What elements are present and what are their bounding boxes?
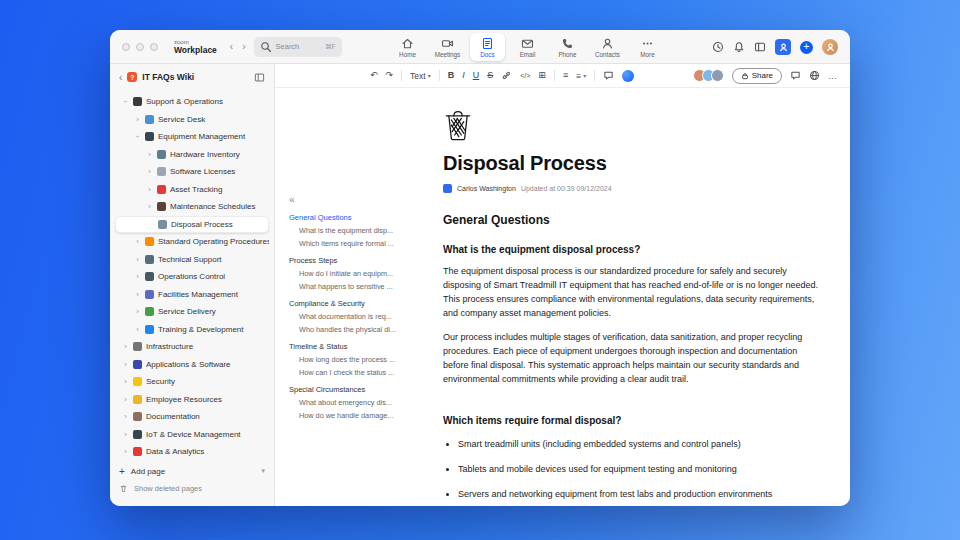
tab-more[interactable]: More xyxy=(630,33,665,61)
toc-section-compliance-security[interactable]: Compliance & Security xyxy=(289,299,435,308)
toc-section-general-questions[interactable]: General Questions xyxy=(289,213,435,222)
chevron-right-icon[interactable]: › xyxy=(122,360,129,369)
chevron-right-icon[interactable]: › xyxy=(146,167,153,176)
chevron-right-icon[interactable]: › xyxy=(134,237,141,246)
tab-email[interactable]: Email xyxy=(510,33,545,61)
chevron-right-icon[interactable]: › xyxy=(134,272,141,281)
chevron-right-icon[interactable]: › xyxy=(122,342,129,351)
forward-button[interactable]: › xyxy=(242,41,245,52)
tab-meetings[interactable]: Meetings xyxy=(430,33,465,61)
underline-button[interactable]: U xyxy=(473,71,480,80)
sidebar-item-technical-support[interactable]: › Technical Support xyxy=(115,251,269,269)
sidebar-item-standard-operating-procedures[interactable]: › Standard Operating Procedures xyxy=(115,233,269,251)
search-input[interactable]: Search ⌘F xyxy=(254,37,342,57)
toc-item[interactable]: What is the equipment disp... xyxy=(289,226,435,235)
share-button[interactable]: Share xyxy=(732,68,782,84)
sidebar-item-service-desk[interactable]: › Service Desk xyxy=(115,111,269,129)
tab-contacts[interactable]: Contacts xyxy=(590,33,625,61)
history-icon[interactable] xyxy=(712,41,724,53)
comment-icon[interactable] xyxy=(603,70,614,81)
chevron-right-icon[interactable]: › xyxy=(122,377,129,386)
sidebar-item-employee-resources[interactable]: › Employee Resources xyxy=(115,391,269,409)
chevron-right-icon[interactable]: › xyxy=(134,115,141,124)
toc-section-special-circumstances[interactable]: Special Circumstances xyxy=(289,385,435,394)
sidebar-item-infrastructure[interactable]: › Infrastructure xyxy=(115,338,269,356)
sidebar-item-iot-device-management[interactable]: › IoT & Device Management xyxy=(115,426,269,444)
chevron-right-icon[interactable]: › xyxy=(134,325,141,334)
bell-icon[interactable] xyxy=(733,41,745,53)
chevron-right-icon[interactable]: › xyxy=(146,202,153,211)
sidebar-item-equipment-management[interactable]: › Equipment Management xyxy=(115,128,269,146)
bullet-list-button[interactable]: ≡ xyxy=(563,71,568,80)
more-options-icon[interactable]: … xyxy=(828,71,838,81)
sidebar-item-operations-control[interactable]: › Operations Control xyxy=(115,268,269,286)
chat-icon[interactable] xyxy=(790,70,801,81)
redo-button[interactable]: ↷ xyxy=(386,71,394,80)
sidebar-item-asset-tracking[interactable]: › Asset Tracking xyxy=(115,181,269,199)
toc-item[interactable]: What happens to sensitive ... xyxy=(289,282,435,291)
undo-button[interactable]: ↶ xyxy=(370,71,378,80)
toc-item[interactable]: Who handles the physical di... xyxy=(289,325,435,334)
italic-button[interactable]: I xyxy=(462,71,465,80)
panel-toggle-icon[interactable] xyxy=(754,41,766,53)
bold-button[interactable]: B xyxy=(448,71,455,80)
sidebar-item-training-development[interactable]: › Training & Development xyxy=(115,321,269,339)
toc-item[interactable]: How do we handle damage... xyxy=(289,411,435,420)
sidebar-item-hardware-inventory[interactable]: › Hardware Inventory xyxy=(115,146,269,164)
sidebar-item-software-licenses[interactable]: › Software Licenses xyxy=(115,163,269,181)
toc-collapse-icon[interactable]: « xyxy=(289,194,435,205)
toc-section-process-steps[interactable]: Process Steps xyxy=(289,256,435,265)
insert-table-button[interactable]: ⊞ xyxy=(538,71,546,80)
workspace-avatar[interactable] xyxy=(775,39,791,55)
align-dropdown[interactable]: ≡ ▾ xyxy=(576,71,586,81)
strikethrough-button[interactable]: S xyxy=(487,71,493,80)
text-style-dropdown[interactable]: Text ▾ xyxy=(410,71,431,81)
tab-phone[interactable]: Phone xyxy=(550,33,585,61)
collaborator-avatar[interactable] xyxy=(711,69,724,82)
chevron-right-icon[interactable]: › xyxy=(134,255,141,264)
sidebar-item-facilities-management[interactable]: › Facilities Management xyxy=(115,286,269,304)
chevron-right-icon[interactable]: › xyxy=(122,412,129,421)
chevron-right-icon[interactable]: › xyxy=(122,395,129,404)
sidebar-back-button[interactable]: ‹ xyxy=(119,72,122,83)
chevron-down-icon[interactable]: › xyxy=(121,98,130,105)
sidebar-collapse-icon[interactable] xyxy=(254,72,265,83)
toc-item[interactable]: Which items require formal ... xyxy=(289,239,435,248)
toc-item[interactable]: How can I check the status ... xyxy=(289,368,435,377)
chevron-down-icon[interactable]: ▾ xyxy=(261,467,265,475)
window-close-button[interactable] xyxy=(122,43,130,51)
sidebar-item-maintenance-schedules[interactable]: › Maintenance Schedules xyxy=(115,198,269,216)
sidebar-item-service-delivery[interactable]: › Service Delivery xyxy=(115,303,269,321)
chevron-right-icon[interactable]: › xyxy=(146,150,153,159)
document-scroll-area[interactable]: « General Questions What is the equipmen… xyxy=(275,88,850,506)
back-button[interactable]: ‹ xyxy=(230,41,233,52)
window-maximize-button[interactable] xyxy=(150,43,158,51)
window-minimize-button[interactable] xyxy=(136,43,144,51)
sidebar-item-security[interactable]: › Security xyxy=(115,373,269,391)
add-page-button[interactable]: + Add page ▾ xyxy=(119,462,265,480)
tab-home[interactable]: Home xyxy=(390,33,425,61)
chevron-right-icon[interactable]: › xyxy=(134,290,141,299)
tab-docs[interactable]: Docs xyxy=(470,33,505,61)
chevron-right-icon[interactable]: › xyxy=(122,430,129,439)
sidebar-item-documentation[interactable]: › Documentation xyxy=(115,408,269,426)
code-button[interactable]: </> xyxy=(520,72,530,79)
chevron-right-icon[interactable]: › xyxy=(146,185,153,194)
show-deleted-pages-button[interactable]: Show deleted pages xyxy=(119,480,265,496)
toc-item[interactable]: What documentation is req... xyxy=(289,312,435,321)
toc-item[interactable]: How do I initiate an equipm... xyxy=(289,269,435,278)
profile-avatar[interactable] xyxy=(822,39,838,55)
sidebar-item-disposal-process[interactable]: Disposal Process xyxy=(115,216,269,234)
ai-companion-icon[interactable] xyxy=(622,70,634,82)
toc-item[interactable]: What about emergency dis... xyxy=(289,398,435,407)
add-button[interactable]: + xyxy=(800,41,813,54)
toc-section-timeline-status[interactable]: Timeline & Status xyxy=(289,342,435,351)
chevron-right-icon[interactable]: › xyxy=(134,307,141,316)
chevron-down-icon[interactable]: › xyxy=(133,133,142,140)
sidebar-item-data-analytics[interactable]: › Data & Analytics xyxy=(115,443,269,461)
toc-item[interactable]: How long does the process ... xyxy=(289,355,435,364)
sidebar-item-applications-software[interactable]: › Applications & Software xyxy=(115,356,269,374)
globe-icon[interactable] xyxy=(809,70,820,81)
link-icon[interactable] xyxy=(501,70,512,81)
chevron-right-icon[interactable]: › xyxy=(122,447,129,456)
